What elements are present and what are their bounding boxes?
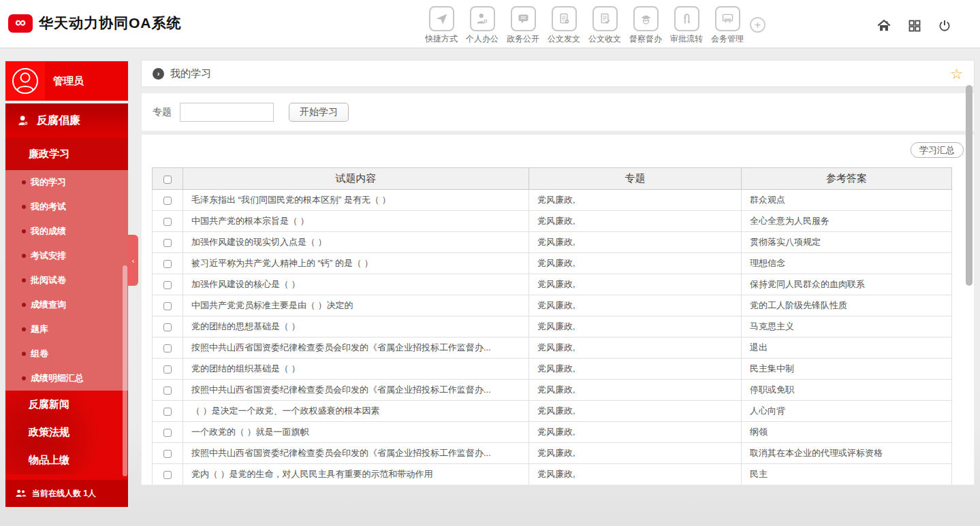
sidebar-scrollbar[interactable] [123,265,127,476]
answer-cell: 民主 [742,464,952,485]
question-cell: 加强作风建设的核心是（ ） [183,274,529,295]
bullet-icon [22,278,26,282]
sidebar-item[interactable]: 我的学习 [5,170,128,195]
sidebar-group[interactable]: 物品上缴 [5,446,128,474]
question-cell: 按照中共山西省国资委纪律检查委员会印发的《省属企业招投标工作监督办... [183,380,529,401]
sidebar-item[interactable]: 我的成绩 [5,219,128,244]
row-checkbox[interactable] [163,408,172,416]
question-cell: 党的团结的思想基础是（ ） [183,316,529,338]
meeting-board-icon [715,6,740,31]
topic-cell: 党风廉政, [529,401,742,422]
bullet-icon [22,352,26,356]
question-cell: 中国共产党的根本宗旨是（ ） [183,211,529,232]
sidebar-group[interactable]: 政策法规 [5,418,128,446]
row-checkbox[interactable] [163,387,172,395]
toolbar-item-gov-affairs[interactable]: 政务公开 [503,6,543,45]
toolbar-item-approval-flow[interactable]: 审批流转 [666,6,707,45]
toolbar-item-personal-office[interactable]: 个人办公 [462,6,503,45]
sidebar-group-integrity-study[interactable]: 廉政学习 [5,137,128,170]
row-checkbox[interactable] [163,302,172,310]
sidebar-item[interactable]: 组卷 [5,342,128,366]
sidebar-section-anticorruption[interactable]: 反腐倡廉 [5,103,128,137]
table-row: 党内（ ）是党的生命，对人民民主具有重要的示范和带动作用 党风廉政, 民主 [153,464,952,485]
study-summary-button[interactable]: 学习汇总 [911,142,964,158]
sidebar-groups: 反腐新闻 政策法规 物品上缴 [5,391,128,474]
topic-input[interactable] [180,103,274,122]
questions-table: 试题内容 专题 参考答案 毛泽东指出 “我们同国民党的根本区别” 是有无（ ） … [152,167,952,485]
toolbar-item-supervision[interactable]: 督察督办 [625,6,666,45]
sidebar-item[interactable]: 成绩查询 [5,293,128,317]
sidebar-collapse-handle[interactable]: ‹ [128,235,138,286]
favorite-star-icon[interactable]: ☆ [950,67,963,81]
table-row: 毛泽东指出 “我们同国民党的根本区别” 是有无（ ） 党风廉政, 群众观点 [153,190,952,211]
main-scrollbar[interactable] [966,85,973,286]
row-checkbox[interactable] [163,429,172,437]
column-header-answer: 参考答案 [742,168,952,190]
document-send-icon [552,6,577,31]
answer-cell: 退出 [742,338,952,359]
topic-cell: 党风廉政, [529,380,742,401]
table-row: 党的团结的思想基础是（ ） 党风廉政, 马克思主义 [153,316,952,338]
answer-cell: 全心全意为人民服务 [742,211,952,232]
row-checkbox[interactable] [163,450,172,458]
topic-cell: 党风廉政, [529,359,742,380]
user-card: 管理员 [5,61,128,101]
bullet-icon [22,180,26,184]
column-header-question: 试题内容 [183,168,529,190]
sidebar-item[interactable]: 我的考试 [5,195,128,219]
paper-plane-icon [429,6,454,31]
table-row: 党的团结的组织基础是（ ） 党风廉政, 民主集中制 [153,359,952,380]
table-row: 加强作风建设的核心是（ ） 党风廉政, 保持党同人民群众的血肉联系 [153,274,952,295]
answer-cell: 马克思主义 [742,316,952,338]
question-cell: 毛泽东指出 “我们同国民党的根本区别” 是有无（ ） [183,190,529,211]
apps-grid-icon[interactable] [908,19,921,35]
home-icon[interactable] [876,18,891,36]
question-cell: 一个政党的（ ）就是一面旗帜 [183,422,529,443]
answer-cell: 停职或免职 [742,380,952,401]
row-checkbox[interactable] [163,471,172,479]
topic-label: 专题 [153,106,172,118]
table-row: 按照中共山西省国资委纪律检查委员会印发的《省属企业招投标工作监督办... 党风廉… [153,380,952,401]
select-all-checkbox[interactable] [163,176,172,184]
topic-cell: 党风廉政, [529,295,742,316]
topic-cell: 党风廉政, [529,274,742,295]
section-label: 反腐倡廉 [37,114,80,128]
question-cell: 加强作风建设的现实切入点是（ ） [183,232,529,253]
header-right-icons [876,18,951,36]
topic-cell: 党风廉政, [529,211,742,232]
sidebar-item[interactable]: 成绩明细汇总 [5,366,128,391]
question-cell: 按照中共山西省国资委纪律检查委员会印发的《省属企业招投标工作监督办... [183,443,529,464]
row-checkbox[interactable] [163,218,172,226]
start-study-button[interactable]: 开始学习 [289,103,349,122]
topic-cell: 党风廉政, [529,422,742,443]
sidebar-group[interactable]: 反腐新闻 [5,391,128,418]
table-row: 中国共产党党员标准主要是由（ ）决定的 党风廉政, 党的工人阶级先锋队性质 [153,295,952,316]
toolbar-item-meeting-mgmt[interactable]: 会务管理 [707,6,748,45]
row-checkbox[interactable] [163,260,172,268]
question-cell: 党内（ ）是党的生命，对人民民主具有重要的示范和带动作用 [183,464,529,485]
people-icon [15,489,27,498]
sidebar-item[interactable]: 批阅试卷 [5,268,128,293]
bullet-icon [22,205,26,209]
person-add-icon [470,6,495,31]
row-checkbox[interactable] [163,365,172,374]
toolbar-item-doc-receive[interactable]: 公文收文 [584,6,625,45]
row-checkbox[interactable] [163,281,172,289]
topic-cell: 党风廉政, [529,443,742,464]
answer-cell: 纲领 [742,422,952,443]
row-checkbox[interactable] [163,197,172,205]
toolbar-item-doc-send[interactable]: 公文发文 [543,6,584,45]
row-checkbox[interactable] [163,323,172,331]
question-cell: 按照中共山西省国资委纪律检查委员会印发的《省属企业招投标工作监督办... [183,338,529,359]
sidebar-item[interactable]: 题库 [5,317,128,342]
app-logo: ∞ 华天动力协同OA系统 [8,14,182,33]
answer-cell: 人心向背 [742,401,952,422]
column-header-topic: 专题 [529,168,742,190]
row-checkbox[interactable] [163,344,172,352]
table-body: 毛泽东指出 “我们同国民党的根本区别” 是有无（ ） 党风廉政, 群众观点 中国… [153,190,952,485]
row-checkbox[interactable] [163,239,172,247]
toolbar-item-shortcut[interactable]: 快捷方式 [421,6,462,45]
power-icon[interactable] [938,19,951,35]
sidebar-item[interactable]: 考试安排 [5,244,128,268]
add-shortcut-button[interactable]: + [750,17,765,33]
